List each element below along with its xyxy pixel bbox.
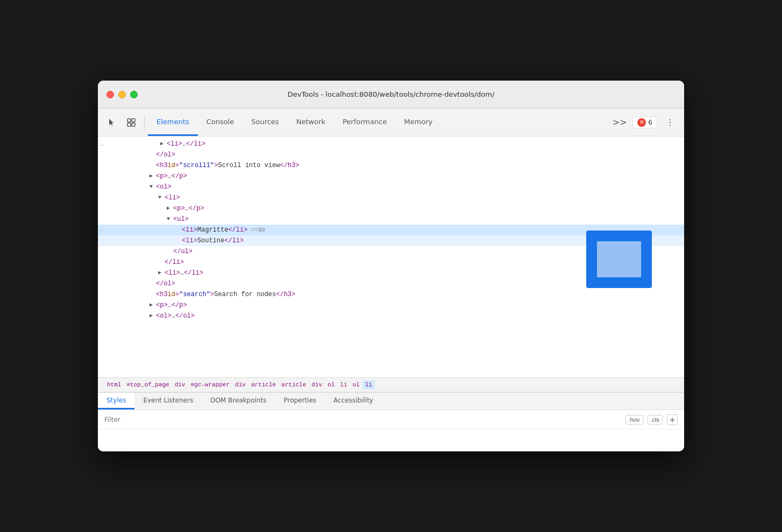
svg-rect-3 (132, 123, 135, 126)
dom-line: ▼ <ol> (98, 182, 684, 192)
breadcrumb-bar: html #top_of_page div #gc-wrapper div ar… (98, 377, 684, 392)
bottom-panel: Styles Event Listeners DOM Breakpoints P… (98, 392, 684, 451)
dom-line: ▶ <h3 id = "scroll1" > Scroll into view … (98, 160, 684, 171)
element-preview-inner (597, 241, 641, 277)
bottom-tabs: Styles Event Listeners DOM Breakpoints P… (98, 393, 684, 410)
tab-dom-breakpoints[interactable]: DOM Breakpoints (202, 393, 275, 409)
tab-network[interactable]: Network (288, 109, 334, 136)
tab-accessibility[interactable]: Accessibility (325, 393, 382, 409)
svg-rect-0 (127, 119, 131, 122)
breadcrumb-div1[interactable]: div (172, 380, 188, 389)
breadcrumb-article2[interactable]: article (279, 380, 309, 389)
breadcrumb-li1[interactable]: li (337, 380, 350, 389)
breadcrumb-div2[interactable]: div (232, 380, 248, 389)
maximize-button[interactable] (130, 91, 138, 98)
arrow-icon[interactable]: ▶ (160, 139, 167, 149)
dom-panel: … ▶ <li> … </li> ▶ </ol> ▶ <h3 id (98, 136, 684, 377)
tab-list: Elements Console Sources Network Perform… (148, 109, 610, 136)
breadcrumb-top[interactable]: #top_of_page (124, 380, 172, 389)
svg-rect-2 (132, 119, 135, 122)
dom-line: ▶ </ol> (98, 149, 684, 160)
error-badge[interactable]: ✕ 6 (632, 117, 657, 128)
breadcrumb-ol[interactable]: ol (325, 380, 337, 389)
tab-elements[interactable]: Elements (148, 109, 198, 136)
dom-line: ▶ <ol> … </ol> (98, 311, 684, 321)
dom-line: ▶ <p> … </p> (98, 203, 684, 214)
dom-line: ▶ <p> … </p> (98, 171, 684, 182)
tab-styles[interactable]: Styles (98, 393, 134, 409)
breadcrumb-div3[interactable]: div (309, 380, 325, 389)
titlebar: DevTools - localhost:8080/web/tools/chro… (98, 81, 684, 109)
error-icon: ✕ (637, 118, 646, 127)
cls-button[interactable]: .cls (648, 415, 663, 425)
cursor-icon[interactable] (102, 113, 122, 132)
dom-line: … ▶ <li> … </li> (98, 139, 684, 149)
filter-input[interactable] (104, 416, 621, 423)
tab-properties[interactable]: Properties (275, 393, 325, 409)
devtools-main: … ▶ <li> … </li> ▶ </ol> ▶ <h3 id (98, 136, 684, 377)
minimize-button[interactable] (118, 91, 126, 98)
breadcrumb-li2[interactable]: li (362, 380, 375, 389)
dom-line: ▼ <li> (98, 192, 684, 203)
more-tabs-button[interactable]: >> (610, 113, 629, 132)
traffic-lights (106, 91, 138, 98)
dom-content[interactable]: … ▶ <li> … </li> ▶ </ol> ▶ <h3 id (98, 136, 684, 377)
devtools-toolbar: Elements Console Sources Network Perform… (98, 109, 684, 136)
breadcrumb-html[interactable]: html (104, 380, 124, 389)
breadcrumb-gc[interactable]: #gc-wrapper (188, 380, 232, 389)
svg-rect-1 (127, 123, 131, 126)
breadcrumb-article1[interactable]: article (248, 380, 279, 389)
tab-memory[interactable]: Memory (395, 109, 441, 136)
element-preview (586, 231, 652, 288)
tab-console[interactable]: Console (198, 109, 243, 136)
devtools-window: DevTools - localhost:8080/web/tools/chro… (98, 81, 684, 451)
tab-event-listeners[interactable]: Event Listeners (134, 393, 202, 409)
tab-sources[interactable]: Sources (243, 109, 287, 136)
more-options-button[interactable]: ⋮ (660, 113, 680, 132)
window-title: DevTools - localhost:8080/web/tools/chro… (288, 90, 495, 98)
dom-line: ▶ <p> … </p> (98, 300, 684, 311)
dom-line: ▶ <h3 id = "search" > Search for nodes <… (98, 289, 684, 300)
error-count: 6 (648, 119, 652, 126)
add-style-button[interactable]: + (667, 414, 678, 425)
breadcrumb-ul[interactable]: ul (350, 380, 362, 389)
dots-indicator: … (100, 139, 104, 149)
toolbar-divider (144, 116, 145, 129)
tab-performance[interactable]: Performance (334, 109, 395, 136)
close-button[interactable] (106, 91, 114, 98)
dom-line: ▼ <ul> (98, 214, 684, 225)
filter-bar: :hov .cls + (98, 410, 684, 429)
inspect-icon[interactable] (122, 113, 141, 132)
hov-button[interactable]: :hov (625, 415, 643, 425)
toolbar-right: >> ✕ 6 ⋮ (610, 113, 680, 132)
